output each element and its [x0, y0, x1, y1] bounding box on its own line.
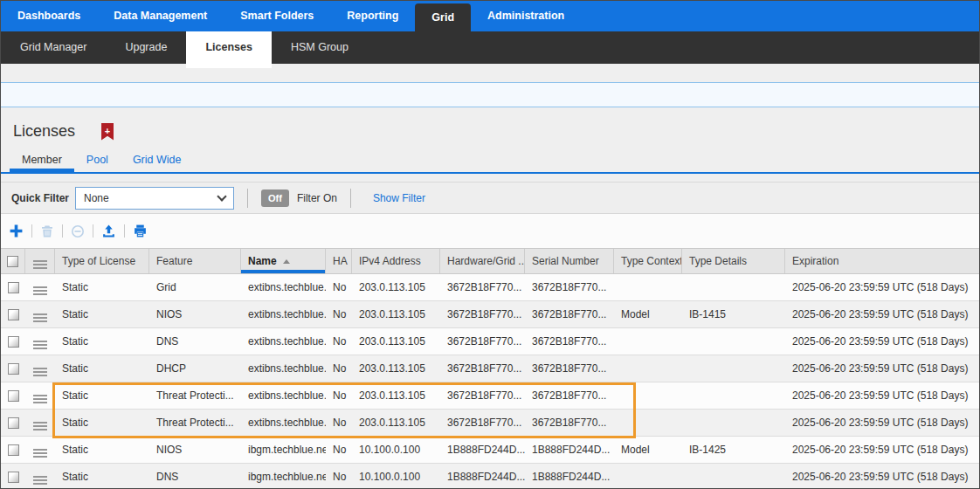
cell-feature: Threat Protecti... — [149, 382, 241, 409]
table-row[interactable]: Static DNS extibns.techblue.net No 203.0… — [1, 328, 979, 355]
nav-administration[interactable]: Administration — [471, 1, 581, 31]
cell-type-details: IB-1425 — [682, 437, 785, 463]
row-checkbox-cell — [1, 382, 25, 409]
checkbox-icon[interactable] — [8, 390, 19, 402]
sort-ascending-icon — [283, 259, 290, 264]
show-filter-link[interactable]: Show Filter — [373, 192, 425, 204]
column-menu-icon[interactable] — [25, 249, 55, 273]
table-row[interactable]: Static DHCP extibns.techblue.net No 203.… — [1, 355, 979, 382]
table-row[interactable]: Static NIOS extibns.techblue.net No 203.… — [1, 301, 979, 328]
bookmark-add-icon[interactable]: + — [101, 123, 114, 141]
cell-serial-number: 3672B18F770... — [525, 274, 614, 300]
col-header-name[interactable]: Name — [241, 249, 326, 273]
col-header-serial-number[interactable]: Serial Number — [525, 249, 614, 273]
cell-name: extibns.techblue.net — [241, 355, 326, 382]
cell-type-of-license: Static — [55, 464, 149, 489]
checkbox-icon[interactable] — [8, 336, 19, 348]
row-checkbox-cell — [1, 355, 25, 382]
cell-serial-number: 1B888FD244D... — [525, 464, 614, 489]
cell-ipv4-address: 203.0.113.105 — [352, 274, 440, 300]
row-menu-cell — [25, 464, 55, 489]
table-row[interactable]: Static Threat Protecti... extibns.techbl… — [1, 382, 979, 410]
hamburger-icon[interactable] — [33, 341, 47, 342]
col-header-hardware-grid[interactable]: Hardware/Grid ... — [440, 249, 525, 273]
cell-type-of-license: Static — [55, 410, 149, 436]
cell-name: ibgm.techblue.net — [241, 464, 326, 489]
hamburger-icon[interactable] — [33, 422, 47, 424]
hamburger-icon[interactable] — [33, 476, 47, 478]
cell-expiration: 2025-06-20 23:59:59 UTC (518 Days) — [785, 328, 979, 355]
checkbox-icon[interactable] — [8, 309, 19, 320]
cell-hardware-grid: 3672B18F770... — [440, 410, 525, 436]
checkbox-icon[interactable] — [8, 444, 19, 456]
col-header-type-details[interactable]: Type Details — [682, 249, 785, 273]
table-header-row: Type of License Feature Name HA IPv4 Add… — [1, 248, 979, 274]
cell-ha: No — [326, 437, 352, 463]
hamburger-icon[interactable] — [33, 286, 47, 288]
cell-type-details — [682, 355, 785, 382]
print-icon[interactable] — [133, 224, 148, 238]
nav-smart-folders[interactable]: Smart Folders — [224, 1, 330, 31]
quick-filter-select[interactable]: None — [75, 187, 234, 210]
tab-member[interactable]: Member — [10, 148, 74, 172]
table-row[interactable]: Static DNS ibgm.techblue.net No 10.100.0… — [1, 464, 979, 489]
row-checkbox-cell — [1, 464, 25, 489]
cell-expiration: 2025-06-20 23:59:59 UTC (518 Days) — [785, 437, 979, 463]
cell-type-context — [614, 328, 682, 355]
hamburger-icon[interactable] — [33, 449, 47, 451]
cell-type-context: Model — [614, 437, 682, 463]
nav-reporting[interactable]: Reporting — [330, 1, 415, 31]
disable-icon[interactable] — [71, 224, 85, 238]
cell-serial-number: 3672B18F770... — [525, 328, 614, 355]
nav-dashboards[interactable]: Dashboards — [1, 1, 97, 31]
cell-name: extibns.techblue.net — [241, 382, 326, 409]
col-header-type-context[interactable]: Type Context — [614, 249, 682, 273]
hamburger-icon[interactable] — [33, 368, 47, 369]
checkbox-icon[interactable] — [8, 417, 19, 429]
subnav-licenses[interactable]: Licenses — [186, 31, 272, 68]
checkbox-icon[interactable] — [8, 472, 19, 483]
table-row[interactable]: Static Threat Protecti... extibns.techbl… — [1, 410, 979, 437]
cell-serial-number: 1B888FD244D... — [525, 437, 614, 463]
upload-icon[interactable] — [101, 224, 116, 238]
cell-type-of-license: Static — [55, 382, 149, 409]
col-header-feature[interactable]: Feature — [149, 249, 241, 273]
nav-data-management[interactable]: Data Management — [97, 1, 224, 31]
tab-grid-wide[interactable]: Grid Wide — [121, 148, 194, 172]
subnav-grid-manager[interactable]: Grid Manager — [1, 31, 106, 64]
col-header-type-of-license[interactable]: Type of License — [55, 249, 149, 273]
checkbox-icon[interactable] — [8, 282, 19, 293]
filter-toggle-button[interactable]: Off — [261, 189, 289, 207]
row-menu-cell — [25, 410, 55, 436]
row-menu-cell — [25, 437, 55, 463]
cell-ipv4-address: 203.0.113.105 — [352, 328, 440, 355]
subnav-hsm-group[interactable]: HSM Group — [272, 31, 368, 64]
cell-type-of-license: Static — [55, 328, 149, 355]
table-row[interactable]: Static Grid extibns.techblue.net No 203.… — [1, 274, 979, 301]
checkbox-icon[interactable] — [7, 256, 18, 267]
col-header-expiration[interactable]: Expiration — [785, 249, 979, 273]
col-header-ipv4-address[interactable]: IPv4 Address — [352, 249, 440, 273]
cell-ipv4-address: 203.0.113.105 — [352, 410, 440, 436]
cell-ipv4-address: 203.0.113.105 — [352, 301, 440, 327]
license-view-tabs: Member Pool Grid Wide — [1, 148, 979, 174]
subnav-upgrade[interactable]: Upgrade — [106, 31, 186, 64]
table-row[interactable]: Static NIOS ibgm.techblue.net No 10.100.… — [1, 437, 979, 464]
hamburger-icon[interactable] — [33, 395, 47, 396]
tab-pool[interactable]: Pool — [74, 148, 121, 172]
select-all-checkbox[interactable] — [1, 249, 25, 273]
hamburger-icon[interactable] — [33, 313, 47, 315]
checkbox-icon[interactable] — [8, 363, 19, 375]
nav-grid[interactable]: Grid — [415, 3, 471, 31]
cell-name: extibns.techblue.net — [241, 328, 326, 355]
row-menu-cell — [25, 328, 55, 355]
col-header-ha[interactable]: HA — [326, 249, 352, 273]
cell-name: extibns.techblue.net — [241, 410, 326, 436]
app-window: Dashboards Data Management Smart Folders… — [0, 0, 980, 489]
row-checkbox-cell — [1, 410, 25, 436]
row-menu-cell — [25, 301, 55, 327]
delete-icon[interactable] — [40, 224, 54, 238]
cell-serial-number: 3672B18F770... — [525, 301, 614, 327]
row-checkbox-cell — [1, 328, 25, 355]
add-icon[interactable] — [9, 224, 24, 238]
